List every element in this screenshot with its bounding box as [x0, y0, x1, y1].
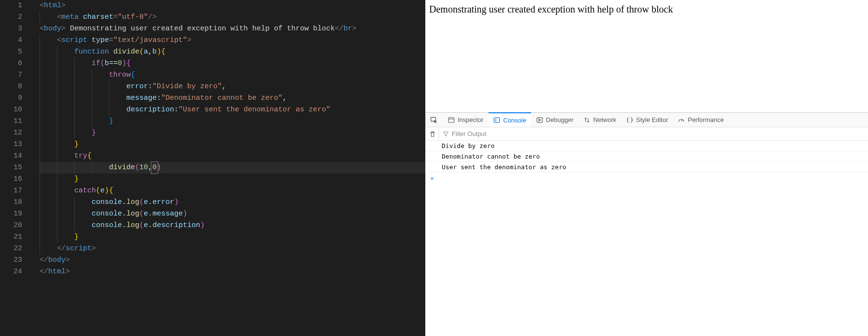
console-input-prompt[interactable]: »: [425, 173, 868, 184]
console-log-row: Denominator cannot be zero: [425, 151, 868, 162]
filter-placeholder: Filter Output: [452, 130, 487, 137]
tab-label: Debugger: [546, 116, 573, 123]
prompt-chevron-icon: »: [430, 175, 434, 182]
tab-network[interactable]: Network: [579, 113, 622, 127]
line-number: 12: [0, 127, 22, 139]
line-number: 11: [0, 116, 22, 127]
svg-rect-3: [537, 118, 542, 122]
clear-console-button[interactable]: [428, 127, 439, 140]
code-line[interactable]: </body>: [40, 255, 425, 266]
console-icon: [493, 117, 500, 123]
code-line[interactable]: console.log(e.description): [40, 220, 425, 231]
tab-console[interactable]: Console: [488, 112, 531, 127]
inspector-icon: [448, 117, 455, 123]
console-log-row: Divide by zero: [425, 141, 868, 151]
line-number: 22: [0, 243, 22, 255]
code-line[interactable]: console.log(e.message): [40, 208, 425, 220]
preview-body-text: Demonstrating user created exception wit…: [429, 4, 673, 14]
code-line[interactable]: <meta charset="utf-8"/>: [40, 12, 425, 23]
code-line[interactable]: <script type="text/javascript">: [40, 35, 425, 46]
line-number: 1: [0, 0, 22, 12]
code-line[interactable]: }: [40, 174, 425, 185]
pick-element-button[interactable]: [425, 113, 443, 127]
code-line[interactable]: }: [40, 127, 425, 139]
tab-style-editor[interactable]: Style Editor: [622, 113, 673, 127]
tab-debugger[interactable]: Debugger: [531, 113, 579, 127]
funnel-icon: [443, 131, 449, 137]
code-line[interactable]: function divide(a,b){: [40, 46, 425, 58]
line-number: 2: [0, 12, 22, 23]
line-number: 13: [0, 139, 22, 150]
code-line[interactable]: </html>: [40, 266, 425, 278]
code-line[interactable]: description:"User sent the denominator a…: [40, 104, 425, 116]
line-number-gutter: 123456789101112131415161718192021222324: [0, 0, 29, 278]
code-area[interactable]: <html> <meta charset="utf-8"/><body> Dem…: [29, 0, 425, 278]
pick-element-icon: [430, 116, 438, 124]
code-line[interactable]: </script>: [40, 243, 425, 255]
line-number: 9: [0, 93, 22, 104]
code-line[interactable]: console.log(e.error): [40, 197, 425, 208]
line-number: 23: [0, 255, 22, 266]
line-number: 17: [0, 185, 22, 197]
console-filter-bar: Filter Output: [425, 127, 868, 141]
line-number: 10: [0, 104, 22, 116]
code-line[interactable]: try{: [40, 150, 425, 162]
code-line[interactable]: message:"Denominator cannot be zero",: [40, 93, 425, 104]
line-number: 18: [0, 197, 22, 208]
console-log-row: User sent the denominator as zero: [425, 162, 868, 173]
line-number: 3: [0, 23, 22, 35]
code-line[interactable]: catch(e){: [40, 185, 425, 197]
line-number: 8: [0, 81, 22, 93]
performance-icon: [678, 117, 685, 123]
code-line[interactable]: }: [40, 231, 425, 243]
tab-inspector[interactable]: Inspector: [443, 113, 488, 127]
line-number: 24: [0, 266, 22, 278]
code-line[interactable]: }: [40, 116, 425, 127]
tab-performance[interactable]: Performance: [673, 113, 729, 127]
console-log-output: Divide by zeroDenominator cannot be zero…: [425, 141, 868, 173]
line-number: 5: [0, 46, 22, 58]
line-number: 19: [0, 208, 22, 220]
line-number: 7: [0, 69, 22, 81]
line-number: 14: [0, 150, 22, 162]
devtools-panel: Inspector Console Debugger: [425, 113, 868, 336]
code-line[interactable]: <html>: [40, 0, 425, 12]
code-line[interactable]: if(b==0){: [40, 58, 425, 69]
code-line[interactable]: error:"Divide by zero",: [40, 81, 425, 93]
code-line[interactable]: <body> Demonstrating user created except…: [40, 23, 425, 35]
code-line[interactable]: }: [40, 139, 425, 150]
trash-icon: [429, 131, 436, 137]
line-number: 20: [0, 220, 22, 231]
code-line[interactable]: throw{: [40, 69, 425, 81]
svg-rect-1: [448, 117, 454, 122]
line-number: 16: [0, 174, 22, 185]
tab-label: Inspector: [458, 116, 483, 123]
code-editor[interactable]: 123456789101112131415161718192021222324 …: [0, 0, 425, 336]
debugger-icon: [536, 117, 543, 123]
line-number: 6: [0, 58, 22, 69]
filter-output-input[interactable]: Filter Output: [443, 127, 865, 140]
line-number: 15: [0, 162, 22, 174]
tab-label: Style Editor: [636, 116, 668, 123]
tab-label: Console: [503, 117, 526, 124]
code-line[interactable]: divide(10,0): [40, 162, 425, 174]
devtools-tabs: Inspector Console Debugger: [425, 113, 868, 127]
style-editor-icon: [626, 117, 633, 123]
network-icon: [583, 117, 590, 123]
page-preview: Demonstrating user created exception wit…: [425, 0, 868, 113]
line-number: 4: [0, 35, 22, 46]
tab-label: Performance: [688, 116, 723, 123]
tab-label: Network: [593, 116, 616, 123]
line-number: 21: [0, 231, 22, 243]
